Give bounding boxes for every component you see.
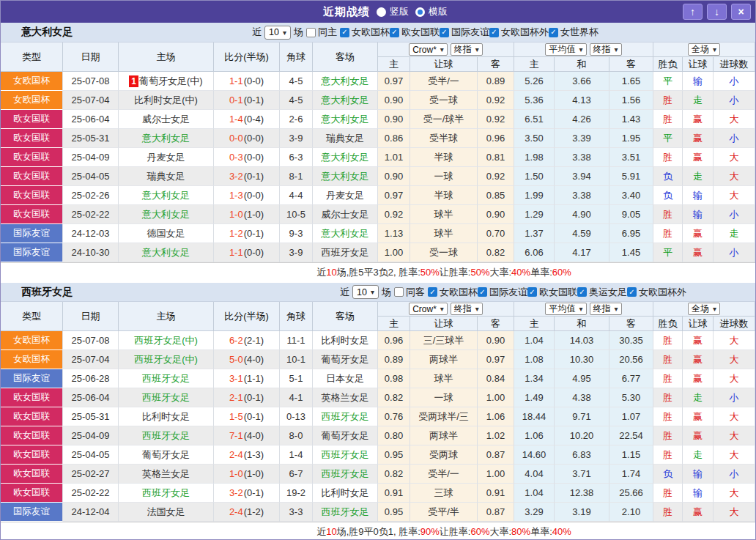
title-bar: 近期战绩 竖版 横版 ↑ ↓ × (1, 1, 755, 23)
home-team-name: 意大利女足 (142, 208, 190, 221)
home-team: 西班牙女足 (119, 484, 214, 503)
score: 1-3(0-0) (214, 186, 280, 205)
match-date: 25-02-26 (63, 186, 119, 205)
checked-checkbox-icon[interactable]: ✓ (390, 28, 399, 37)
match-count-select[interactable]: 10▾ (352, 285, 379, 299)
score: 2-1(0-1) (214, 388, 280, 407)
checked-checkbox-icon[interactable]: ✓ (527, 287, 537, 297)
result-wdl: 负 (653, 465, 683, 484)
score: 0-1(0-1) (214, 91, 280, 110)
odds-group-header: Crow*▾ 终指▾ (378, 302, 514, 317)
league-filter-女欧国杯外[interactable]: ✓女欧国杯外 (627, 286, 686, 299)
same-venue-checkbox[interactable] (306, 28, 316, 37)
layout-radio-vertical[interactable]: 竖版 (377, 5, 409, 18)
odds-home: 0.95 (378, 503, 410, 522)
near-label: 近 (340, 286, 349, 299)
close-button[interactable]: × (731, 4, 751, 20)
chevron-down-icon: ▾ (615, 305, 618, 313)
corner-score: 8-1 (280, 167, 313, 186)
result-wdl: 胜 (653, 224, 683, 243)
avg-away: 1.74 (609, 465, 653, 484)
sub-header-handicap: 让球 (410, 317, 478, 331)
league-badge: 欧女国联 (1, 167, 63, 186)
away-team: 意大利女足 (313, 91, 378, 110)
league-badge: 国际友谊 (1, 503, 63, 522)
same-venue-filter[interactable]: 同主 (306, 26, 337, 39)
radio-vertical-icon[interactable] (377, 7, 386, 17)
checked-checkbox-icon[interactable]: ✓ (478, 287, 487, 297)
corner-score: 3-3 (280, 503, 313, 522)
checked-checkbox-icon[interactable]: ✓ (489, 28, 499, 37)
checked-checkbox-icon[interactable]: ✓ (627, 287, 637, 297)
avg-draw: 4.90 (555, 205, 609, 224)
checked-checkbox-icon[interactable]: ✓ (440, 28, 449, 37)
league-filter-女世界杯[interactable]: ✓女世界杯 (549, 26, 598, 39)
league-filter-女欧国杯外[interactable]: ✓女欧国杯外 (489, 26, 549, 39)
result-handicap: 赢 (683, 331, 714, 350)
avg-home: 1.50 (514, 167, 555, 186)
filter-bar: 近 10▾ 场 同客 ✓女欧国杯✓国际友谊✓欧女国联✓奥运女足✓女欧国杯外 (340, 285, 686, 299)
result-wdl: 胜 (653, 331, 683, 350)
filter-bar: 近 10▾ 场 同主 ✓女欧国杯✓欧女国联✓国际友谊✓女欧国杯外✓女世界杯 (252, 26, 598, 40)
same-venue-checkbox[interactable] (394, 287, 404, 297)
result-handicap: 赢 (683, 129, 714, 148)
odds-time-select[interactable]: 终指▾ (451, 43, 483, 56)
scope-select[interactable]: 全场▾ (688, 303, 720, 315)
result-handicap: 走 (683, 445, 714, 465)
average-select[interactable]: 平均值▾ (545, 303, 586, 315)
league-filter-女欧国杯[interactable]: ✓女欧国杯 (428, 286, 478, 299)
section-header: 西班牙女足 近 10▾ 场 同客 ✓女欧国杯✓国际友谊✓欧女国联✓奥运女足✓女欧… (1, 281, 755, 302)
league-filter-奥运女足[interactable]: ✓奥运女足 (577, 286, 627, 299)
bookmaker-select[interactable]: Crow*▾ (409, 303, 448, 315)
window-buttons: ↑ ↓ × (683, 4, 751, 20)
result-goals: 大 (714, 331, 755, 350)
odds-away: 0.87 (478, 445, 514, 465)
fulltime-score: 0-3 (229, 152, 243, 163)
odds-time-select[interactable]: 终指▾ (451, 303, 483, 315)
away-team-name: 比利时女足 (322, 487, 369, 500)
average-time-select[interactable]: 终指▾ (590, 303, 622, 315)
league-filter-女欧国杯[interactable]: ✓女欧国杯 (340, 26, 390, 39)
checked-checkbox-icon[interactable]: ✓ (549, 28, 558, 37)
move-up-button[interactable]: ↑ (683, 4, 703, 20)
odds-away: 1.06 (478, 407, 514, 426)
league-filter-国际友谊[interactable]: ✓国际友谊 (478, 286, 527, 299)
checked-checkbox-icon[interactable]: ✓ (340, 28, 349, 37)
home-team: 1葡萄牙女足(中) (119, 72, 214, 91)
league-badge: 国际友谊 (1, 224, 63, 243)
record-summary: 近10场,胜9平0负1, 胜率:90% 让胜率:60% 大率:80% 单率:40… (1, 522, 755, 540)
match-date: 25-07-08 (63, 331, 119, 350)
avg-home: 6.06 (514, 243, 555, 262)
radio-horizontal-icon[interactable] (415, 7, 425, 17)
layout-radio-horizontal[interactable]: 横版 (415, 5, 448, 18)
chevron-down-icon: ▾ (713, 45, 716, 53)
home-team-name: 葡萄牙女足(中) (139, 75, 203, 88)
bookmaker-select[interactable]: Crow*▾ (409, 43, 448, 56)
halftime-score: (1-3) (244, 449, 264, 460)
average-select[interactable]: 平均值▾ (545, 43, 586, 56)
league-filter-欧女国联[interactable]: ✓欧女国联 (390, 26, 440, 39)
league-filter-欧女国联[interactable]: ✓欧女国联 (527, 286, 577, 299)
home-team: 法国女足 (119, 503, 214, 522)
summary-segment: 10 (326, 267, 336, 278)
checked-checkbox-icon[interactable]: ✓ (577, 287, 587, 297)
move-down-button[interactable]: ↓ (707, 4, 727, 20)
halftime-score: (0-0) (244, 152, 264, 163)
halftime-score: (0-1) (244, 487, 264, 498)
result-wdl: 平 (653, 72, 683, 91)
home-team-name: 意大利女足 (142, 132, 190, 145)
fulltime-score: 1-1 (229, 247, 243, 258)
league-filter-国际友谊[interactable]: ✓国际友谊 (440, 26, 489, 39)
halftime-score: (0-1) (244, 228, 264, 239)
away-team-name: 葡萄牙女足 (322, 353, 369, 366)
handicap-line: 三球 (410, 484, 478, 503)
match-count-select[interactable]: 10▾ (264, 26, 291, 40)
home-team: 西班牙女足 (119, 388, 214, 407)
scope-select[interactable]: 全场▾ (688, 43, 720, 56)
average-time-select[interactable]: 终指▾ (590, 43, 622, 56)
summary-segment: 让胜率: (440, 525, 471, 539)
avg-home: 1.98 (514, 148, 555, 167)
same-venue-label: 同客 (406, 286, 425, 299)
checked-checkbox-icon[interactable]: ✓ (428, 287, 437, 297)
same-venue-filter[interactable]: 同客 (394, 286, 425, 299)
